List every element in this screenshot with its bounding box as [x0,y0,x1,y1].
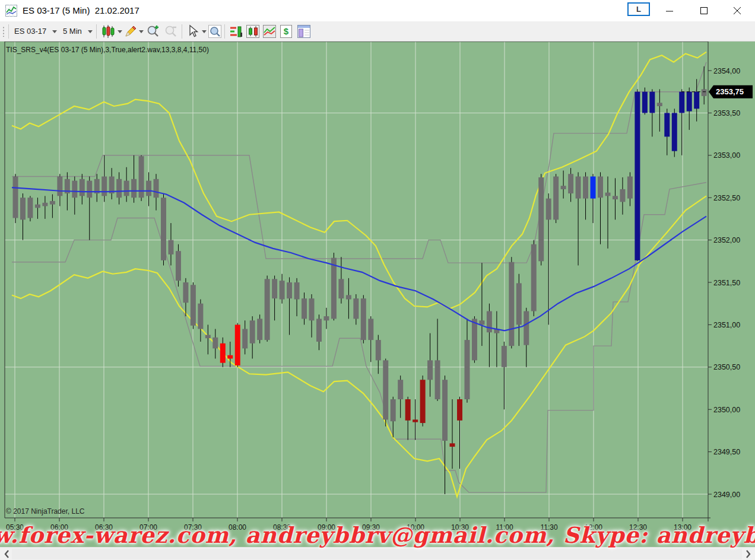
candle-body [546,199,551,220]
candle-body [287,282,292,298]
candle-body [116,179,122,198]
candle-body [420,380,426,423]
chevron-down-icon[interactable] [118,30,122,33]
candle-body [702,89,707,96]
candle-body [664,113,670,136]
candle-body [435,360,440,399]
candle-body [509,262,514,346]
candle-body [265,279,270,340]
minimize-button[interactable] [664,5,675,17]
price-axis-label: 2349,50 [713,448,740,456]
indicators-icon[interactable] [262,24,277,39]
candle-body [538,177,544,261]
candle-body [161,198,166,260]
zoom-in-icon[interactable] [146,24,160,39]
scroll-right-icon[interactable] [743,549,753,559]
chart-style-icon[interactable] [101,24,115,39]
candle-body [316,319,322,342]
candle-body [72,181,77,198]
candle-body [524,311,529,345]
chevron-down-icon[interactable] [52,30,57,33]
upper-step-line [12,62,706,263]
candle-body [561,186,566,189]
link-button[interactable]: L [627,2,650,16]
ma-line [12,187,706,330]
candle-body [649,92,655,113]
candle-body [35,205,40,208]
candle-body [427,360,433,380]
candle-body [391,399,396,421]
data-box-icon[interactable] [208,24,222,39]
drawing-tools-icon[interactable] [123,24,138,39]
price-chart[interactable]: 2354,002353,502353,002352,502352,002351,… [0,42,755,547]
close-button[interactable] [731,5,743,17]
candle-body [13,177,18,218]
candle-body [472,319,477,360]
toolbar-separator [224,24,225,39]
candle-body [516,283,522,324]
horizontal-scrollbar[interactable] [0,547,755,560]
chart-area[interactable]: 2354,002353,502353,002352,502352,002351,… [0,42,755,547]
lower-step-line [12,182,706,492]
candle-body [154,179,159,198]
account-data-icon[interactable]: $ [279,24,293,39]
report-panel-icon[interactable] [297,24,311,39]
interval-selector[interactable]: 5 Min [63,27,82,36]
candle-body [250,320,255,343]
candle-body [464,340,470,399]
chevron-down-icon[interactable] [202,30,207,33]
lower-band-line [12,196,706,497]
candle-body [242,329,248,349]
candle-body [405,399,411,421]
candle-body [383,360,388,419]
candle-body [361,298,366,340]
scrollbar-thumb[interactable] [12,549,742,559]
scroll-left-icon[interactable] [2,549,12,559]
chevron-down-icon[interactable] [139,30,144,33]
candle-body [346,295,351,299]
candle-body [442,380,448,441]
market-depth-icon[interactable] [229,24,243,39]
candle-body [191,285,196,326]
cursor-icon[interactable] [186,24,200,39]
maximize-icon [700,7,708,15]
price-axis-label: 2353,00 [713,151,740,160]
candle-body [450,443,455,447]
close-icon [733,7,741,15]
candle-body [168,240,173,254]
instrument-selector[interactable]: ES 03-17 [14,27,46,36]
toolbar: ES 03-17 5 Min [0,21,755,42]
chevron-down-icon[interactable] [88,30,93,33]
toolbar-separator [96,24,97,39]
candle-body [531,244,537,311]
price-axis-label: 2353,50 [713,109,740,117]
candle-body [220,343,226,363]
candle-body [635,92,640,260]
window-title: ES 03-17 (5 Min) 21.02.2017 [23,5,139,15]
candle-body [331,258,337,319]
candle-body [553,177,559,220]
candle-body [353,298,359,319]
candle-body [227,355,233,359]
candle-body [687,92,692,112]
title-bar[interactable]: ES 03-17 (5 Min) 21.02.2017 L [0,0,755,22]
candle-body [613,196,618,199]
candle-body [57,177,62,196]
indicator-label: TIS_SRS_v4(ES 03-17 (5 Min),3,True,alert… [6,46,209,54]
candle-body [198,304,203,329]
price-axis-label: 2350,50 [713,363,740,371]
chart-trader-icon[interactable] [246,24,260,39]
candle-body [413,419,418,422]
maximize-button[interactable] [698,5,710,17]
candle-body [487,311,492,333]
candle-body [627,177,633,199]
candles[interactable] [13,66,707,494]
price-axis-label: 2352,50 [713,194,740,202]
candle-body [176,251,181,281]
price-axis[interactable]: 2354,002353,502353,002352,502352,002351,… [708,67,740,499]
toolbar-grip[interactable] [2,26,5,37]
zoom-out-icon[interactable] [164,24,178,39]
candle-body [294,282,300,300]
candle-body [272,279,277,298]
candle-body [42,203,47,206]
